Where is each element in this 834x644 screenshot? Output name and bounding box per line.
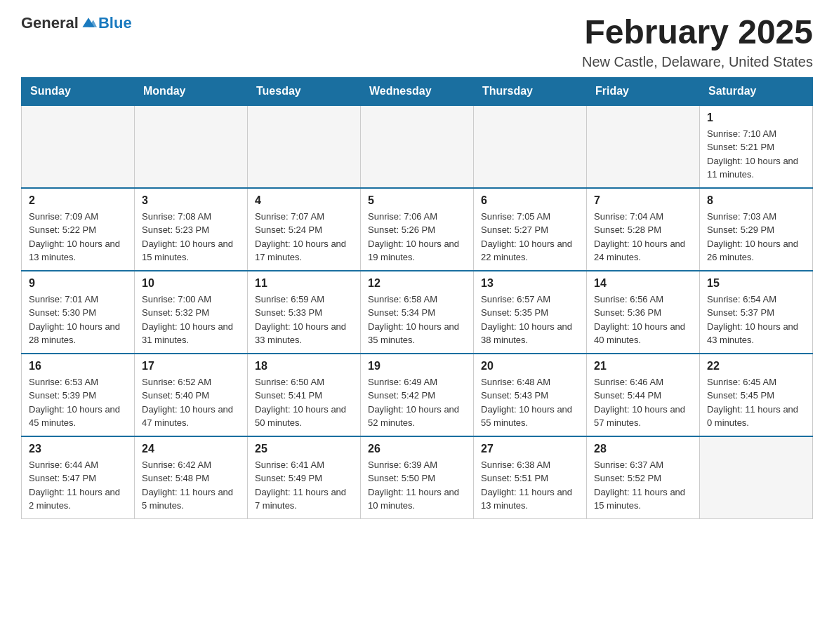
calendar-week-row: 9Sunrise: 7:01 AM Sunset: 5:30 PM Daylig…	[22, 271, 813, 354]
calendar-day-cell: 24Sunrise: 6:42 AM Sunset: 5:48 PM Dayli…	[135, 436, 248, 519]
day-info: Sunrise: 6:39 AM Sunset: 5:50 PM Dayligh…	[368, 458, 466, 513]
calendar-day-cell: 14Sunrise: 6:56 AM Sunset: 5:36 PM Dayli…	[587, 271, 700, 354]
day-number: 16	[29, 360, 127, 373]
day-info: Sunrise: 7:01 AM Sunset: 5:30 PM Dayligh…	[29, 293, 127, 347]
calendar-day-cell	[135, 105, 248, 188]
calendar-week-row: 16Sunrise: 6:53 AM Sunset: 5:39 PM Dayli…	[22, 354, 813, 436]
day-info: Sunrise: 6:58 AM Sunset: 5:34 PM Dayligh…	[368, 293, 466, 347]
day-info: Sunrise: 6:37 AM Sunset: 5:52 PM Dayligh…	[594, 458, 692, 513]
calendar-day-cell: 18Sunrise: 6:50 AM Sunset: 5:41 PM Dayli…	[248, 354, 361, 436]
day-number: 10	[142, 277, 240, 290]
day-number: 14	[594, 277, 692, 290]
calendar-day-cell: 10Sunrise: 7:00 AM Sunset: 5:32 PM Dayli…	[135, 271, 248, 354]
calendar-day-cell	[22, 105, 135, 188]
day-number: 15	[707, 277, 805, 290]
calendar-day-cell: 27Sunrise: 6:38 AM Sunset: 5:51 PM Dayli…	[474, 436, 587, 519]
day-info: Sunrise: 7:04 AM Sunset: 5:28 PM Dayligh…	[594, 210, 692, 264]
page-header: General Blue February 2025 New Castle, D…	[21, 14, 813, 70]
calendar-day-cell: 1Sunrise: 7:10 AM Sunset: 5:21 PM Daylig…	[700, 105, 813, 188]
day-info: Sunrise: 6:49 AM Sunset: 5:42 PM Dayligh…	[368, 375, 466, 430]
calendar-day-cell	[587, 105, 700, 188]
day-number: 27	[481, 443, 579, 455]
logo-icon	[80, 14, 97, 31]
day-number: 2	[29, 194, 127, 207]
day-info: Sunrise: 6:50 AM Sunset: 5:41 PM Dayligh…	[255, 375, 353, 430]
calendar-day-cell: 5Sunrise: 7:06 AM Sunset: 5:26 PM Daylig…	[361, 188, 474, 271]
calendar-day-cell: 15Sunrise: 6:54 AM Sunset: 5:37 PM Dayli…	[700, 271, 813, 354]
day-number: 28	[594, 443, 692, 455]
calendar-header-row: SundayMondayTuesdayWednesdayThursdayFrid…	[22, 77, 813, 105]
day-info: Sunrise: 7:07 AM Sunset: 5:24 PM Dayligh…	[255, 210, 353, 264]
day-info: Sunrise: 7:03 AM Sunset: 5:29 PM Dayligh…	[707, 210, 805, 264]
day-number: 11	[255, 277, 353, 290]
calendar-week-row: 23Sunrise: 6:44 AM Sunset: 5:47 PM Dayli…	[22, 436, 813, 519]
page-title: February 2025	[582, 14, 813, 51]
calendar-day-cell: 25Sunrise: 6:41 AM Sunset: 5:49 PM Dayli…	[248, 436, 361, 519]
day-number: 25	[255, 443, 353, 455]
day-number: 19	[368, 360, 466, 373]
day-number: 20	[481, 360, 579, 373]
day-number: 22	[707, 360, 805, 373]
calendar-week-row: 2Sunrise: 7:09 AM Sunset: 5:22 PM Daylig…	[22, 188, 813, 271]
calendar-day-cell	[248, 105, 361, 188]
calendar-day-cell: 8Sunrise: 7:03 AM Sunset: 5:29 PM Daylig…	[700, 188, 813, 271]
day-info: Sunrise: 6:56 AM Sunset: 5:36 PM Dayligh…	[594, 293, 692, 347]
day-info: Sunrise: 6:45 AM Sunset: 5:45 PM Dayligh…	[707, 375, 805, 430]
day-info: Sunrise: 6:52 AM Sunset: 5:40 PM Dayligh…	[142, 375, 240, 430]
day-info: Sunrise: 6:46 AM Sunset: 5:44 PM Dayligh…	[594, 375, 692, 430]
day-number: 1	[707, 112, 805, 124]
calendar-day-cell	[361, 105, 474, 188]
calendar-day-cell: 19Sunrise: 6:49 AM Sunset: 5:42 PM Dayli…	[361, 354, 474, 436]
day-info: Sunrise: 6:41 AM Sunset: 5:49 PM Dayligh…	[255, 458, 353, 513]
calendar-day-cell: 4Sunrise: 7:07 AM Sunset: 5:24 PM Daylig…	[248, 188, 361, 271]
calendar-day-cell: 17Sunrise: 6:52 AM Sunset: 5:40 PM Dayli…	[135, 354, 248, 436]
day-info: Sunrise: 6:54 AM Sunset: 5:37 PM Dayligh…	[707, 293, 805, 347]
calendar-day-cell: 11Sunrise: 6:59 AM Sunset: 5:33 PM Dayli…	[248, 271, 361, 354]
calendar-day-cell	[700, 436, 813, 519]
day-number: 21	[594, 360, 692, 373]
day-number: 17	[142, 360, 240, 373]
calendar-day-cell: 2Sunrise: 7:09 AM Sunset: 5:22 PM Daylig…	[22, 188, 135, 271]
day-info: Sunrise: 7:05 AM Sunset: 5:27 PM Dayligh…	[481, 210, 579, 264]
day-info: Sunrise: 7:09 AM Sunset: 5:22 PM Dayligh…	[29, 210, 127, 264]
weekday-header-saturday: Saturday	[700, 77, 813, 105]
logo: General Blue	[21, 14, 132, 32]
weekday-header-wednesday: Wednesday	[361, 77, 474, 105]
logo-blue: Blue	[98, 14, 132, 32]
calendar-day-cell: 12Sunrise: 6:58 AM Sunset: 5:34 PM Dayli…	[361, 271, 474, 354]
day-number: 26	[368, 443, 466, 455]
day-number: 12	[368, 277, 466, 290]
day-info: Sunrise: 6:38 AM Sunset: 5:51 PM Dayligh…	[481, 458, 579, 513]
calendar-day-cell: 3Sunrise: 7:08 AM Sunset: 5:23 PM Daylig…	[135, 188, 248, 271]
calendar-day-cell: 20Sunrise: 6:48 AM Sunset: 5:43 PM Dayli…	[474, 354, 587, 436]
day-info: Sunrise: 7:00 AM Sunset: 5:32 PM Dayligh…	[142, 293, 240, 347]
day-info: Sunrise: 6:44 AM Sunset: 5:47 PM Dayligh…	[29, 458, 127, 513]
day-info: Sunrise: 6:53 AM Sunset: 5:39 PM Dayligh…	[29, 375, 127, 430]
day-info: Sunrise: 6:59 AM Sunset: 5:33 PM Dayligh…	[255, 293, 353, 347]
calendar-day-cell: 28Sunrise: 6:37 AM Sunset: 5:52 PM Dayli…	[587, 436, 700, 519]
day-number: 23	[29, 443, 127, 455]
day-number: 5	[368, 194, 466, 207]
calendar-table: SundayMondayTuesdayWednesdayThursdayFrid…	[21, 77, 813, 519]
day-info: Sunrise: 6:48 AM Sunset: 5:43 PM Dayligh…	[481, 375, 579, 430]
calendar-day-cell: 7Sunrise: 7:04 AM Sunset: 5:28 PM Daylig…	[587, 188, 700, 271]
calendar-day-cell: 22Sunrise: 6:45 AM Sunset: 5:45 PM Dayli…	[700, 354, 813, 436]
logo-general: General	[21, 14, 79, 32]
calendar-day-cell	[474, 105, 587, 188]
day-number: 6	[481, 194, 579, 207]
weekday-header-monday: Monday	[135, 77, 248, 105]
day-number: 3	[142, 194, 240, 207]
weekday-header-sunday: Sunday	[22, 77, 135, 105]
subtitle: New Castle, Delaware, United States	[582, 54, 813, 70]
day-number: 13	[481, 277, 579, 290]
calendar-day-cell: 16Sunrise: 6:53 AM Sunset: 5:39 PM Dayli…	[22, 354, 135, 436]
title-section: February 2025 New Castle, Delaware, Unit…	[582, 14, 813, 70]
calendar-day-cell: 13Sunrise: 6:57 AM Sunset: 5:35 PM Dayli…	[474, 271, 587, 354]
day-info: Sunrise: 6:42 AM Sunset: 5:48 PM Dayligh…	[142, 458, 240, 513]
day-info: Sunrise: 6:57 AM Sunset: 5:35 PM Dayligh…	[481, 293, 579, 347]
calendar-day-cell: 6Sunrise: 7:05 AM Sunset: 5:27 PM Daylig…	[474, 188, 587, 271]
calendar-day-cell: 21Sunrise: 6:46 AM Sunset: 5:44 PM Dayli…	[587, 354, 700, 436]
calendar-day-cell: 26Sunrise: 6:39 AM Sunset: 5:50 PM Dayli…	[361, 436, 474, 519]
day-number: 9	[29, 277, 127, 290]
day-number: 18	[255, 360, 353, 373]
